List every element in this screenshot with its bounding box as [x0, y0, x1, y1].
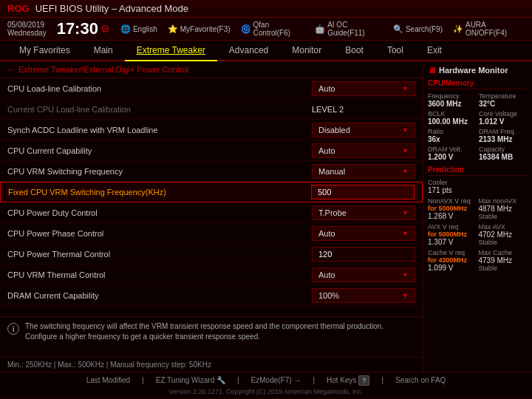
nav-exit[interactable]: Exit: [415, 41, 454, 61]
chevron-down-icon: ▼: [402, 230, 409, 237]
ai-oc-label: AI OC Guide(F11): [327, 21, 383, 37]
table-row: CPU Power Duty Control T.Probe ▼: [0, 202, 423, 223]
footer-sep: |: [381, 376, 383, 384]
main-content: ← Extreme Tweaker\External Digi+ Power C…: [0, 61, 532, 372]
setting-control[interactable]: [311, 185, 415, 200]
chevron-down-icon: ▼: [402, 85, 409, 92]
dropdown-button[interactable]: 100% ▼: [312, 288, 415, 303]
pred-row: NonAVX V req for 5000MHz 1.268 V Max non…: [428, 197, 528, 220]
setting-label: CPU VRM Switching Frequency: [7, 167, 312, 176]
nav-advanced[interactable]: Advanced: [217, 41, 280, 61]
setting-control[interactable]: 100% ▼: [312, 288, 415, 303]
chevron-down-icon: ▼: [402, 209, 409, 216]
my-favorites-label: MyFavorite(F3): [180, 25, 231, 33]
nav-extreme-tweaker[interactable]: Extreme Tweaker: [125, 41, 217, 61]
search-item[interactable]: 🔍 Search(F9): [393, 24, 443, 34]
setting-control[interactable]: Auto ▼: [312, 226, 415, 241]
settings-icon[interactable]: ⚙: [100, 23, 110, 35]
setting-control[interactable]: Disabled ▼: [312, 123, 415, 137]
setting-value-display: LEVEL 2: [312, 104, 415, 115]
settings-table: CPU Load-line Calibration Auto ▼ Current…: [0, 78, 423, 316]
datetime: 05/08/2019 Wednesday: [7, 21, 47, 37]
setting-control[interactable]: Auto ▼: [312, 81, 415, 96]
search-faq-item[interactable]: Search on FAQ: [395, 376, 446, 384]
app-title: UEFI BIOS Utility – Advanced Mode: [35, 3, 188, 14]
footer-sep: |: [313, 376, 315, 384]
dropdown-button[interactable]: Auto ▼: [312, 226, 415, 241]
table-row: CPU VRM Thermal Control Auto ▼: [0, 265, 423, 285]
day-name: Wednesday: [7, 29, 47, 37]
qfan-item[interactable]: 🌀 Qfan Control(F6): [241, 21, 305, 37]
nav-boot[interactable]: Boot: [333, 41, 375, 61]
time-display: 17:30 ⚙: [57, 19, 110, 38]
info-bar: 05/08/2019 Wednesday 17:30 ⚙ 🌐 English ⭐…: [0, 18, 532, 41]
setting-label: CPU Power Duty Control: [7, 208, 312, 217]
pred-row: AVX V req for 5000MHz 1.307 V Max AVX 47…: [428, 223, 528, 246]
ez-mode-icon: →: [293, 376, 301, 384]
hardware-monitor-panel: 🖥 Hardware Monitor CPU/Memory Frequency …: [423, 61, 532, 372]
aura-item[interactable]: ✨ AURA ON/OFF(F4): [453, 21, 525, 37]
pred-left: Cache V req for 4300MHz 1.099 V: [428, 249, 477, 272]
table-row: Synch ACDC Loadline with VRM Loadline Di…: [0, 120, 423, 140]
table-row: CPU Current Capability Auto ▼: [0, 140, 423, 161]
hw-cell: Temperature 32°C: [479, 92, 528, 108]
dropdown-button[interactable]: Disabled ▼: [312, 123, 415, 137]
search-icon: 🔍: [393, 24, 403, 34]
language-label: English: [133, 25, 157, 33]
cooler-item: Cooler 171 pts: [428, 179, 528, 194]
last-modified-item[interactable]: Last Modified: [86, 376, 130, 384]
prediction-title: Prediction: [428, 166, 528, 176]
dropdown-button[interactable]: T.Probe ▼: [312, 205, 415, 220]
back-arrow[interactable]: ←: [7, 65, 16, 74]
info-box: i The switching frequency will affect th…: [0, 316, 423, 357]
ez-tuning-item[interactable]: EZ Tuning Wizard 🔧: [156, 376, 225, 384]
hot-keys-label: Hot Keys: [327, 376, 357, 384]
language-item[interactable]: 🌐 English: [120, 24, 157, 34]
setting-control[interactable]: T.Probe ▼: [312, 205, 415, 220]
date-num: 05/08/2019: [7, 21, 47, 29]
frequency-input[interactable]: [311, 185, 415, 200]
dropdown-button[interactable]: Auto ▼: [312, 267, 415, 282]
nav-monitor[interactable]: Monitor: [280, 41, 333, 61]
setting-control[interactable]: Auto ▼: [312, 143, 415, 158]
footer-sep: |: [237, 376, 239, 384]
setting-label: CPU VRM Thermal Control: [7, 270, 312, 279]
chevron-down-icon: ▼: [402, 271, 409, 279]
nav-main[interactable]: Main: [82, 41, 125, 61]
table-row: CPU Power Thermal Control: [0, 244, 423, 265]
pred-row: Cache V req for 4300MHz 1.099 V Max Cach…: [428, 249, 528, 272]
ez-mode-label: EzMode(F7): [251, 376, 292, 384]
hot-keys-item[interactable]: Hot Keys ?: [327, 376, 369, 384]
chevron-down-icon: ▼: [402, 292, 409, 299]
dropdown-button[interactable]: Auto ▼: [312, 143, 415, 158]
table-row: Current CPU Load-line Calibration LEVEL …: [0, 99, 423, 120]
thermal-input[interactable]: [312, 247, 415, 262]
favorites-icon: ⭐: [168, 24, 178, 34]
dropdown-button[interactable]: Auto ▼: [312, 81, 415, 96]
chevron-down-icon: ▼: [402, 168, 409, 175]
nav-tool[interactable]: Tool: [375, 41, 415, 61]
monitor-icon: 🖥: [428, 66, 436, 75]
ai-oc-item[interactable]: 🤖 AI OC Guide(F11): [315, 21, 383, 37]
setting-control[interactable]: Manual ▼: [312, 164, 415, 179]
my-favorites-item[interactable]: ⭐ MyFavorite(F3): [168, 24, 231, 34]
range-info: Min.: 250KHz | Max.: 500KHz | Manual fre…: [0, 357, 423, 372]
breadcrumb-path: Extreme Tweaker\External Digi+ Power Con…: [18, 65, 188, 74]
predictions-grid: NonAVX V req for 5000MHz 1.268 V Max non…: [428, 197, 528, 272]
range-text: Min.: 250KHz | Max.: 500KHz | Manual fre…: [7, 361, 211, 369]
version-text: Version 2.20.1271. Copyright (C) 2019 Am…: [0, 388, 532, 398]
pred-left: NonAVX V req for 5000MHz 1.268 V: [428, 197, 477, 220]
pred-left: AVX V req for 5000MHz 1.307 V: [428, 223, 477, 246]
hw-cell: Ratio 36x: [428, 128, 477, 143]
setting-control[interactable]: [312, 247, 415, 262]
nav-my-favorites[interactable]: My Favorites: [7, 41, 82, 61]
dropdown-button[interactable]: Manual ▼: [312, 164, 415, 179]
cpu-memory-section: CPU/Memory: [428, 79, 528, 89]
setting-label: CPU Load-line Calibration: [7, 84, 312, 93]
left-panel: ← Extreme Tweaker\External Digi+ Power C…: [0, 61, 423, 372]
ez-mode-item[interactable]: EzMode(F7) →: [251, 376, 301, 384]
setting-control[interactable]: Auto ▼: [312, 267, 415, 282]
hot-keys-key[interactable]: ?: [358, 375, 369, 386]
time-value: 17:30: [57, 19, 98, 38]
rog-logo: ROG: [7, 3, 30, 14]
